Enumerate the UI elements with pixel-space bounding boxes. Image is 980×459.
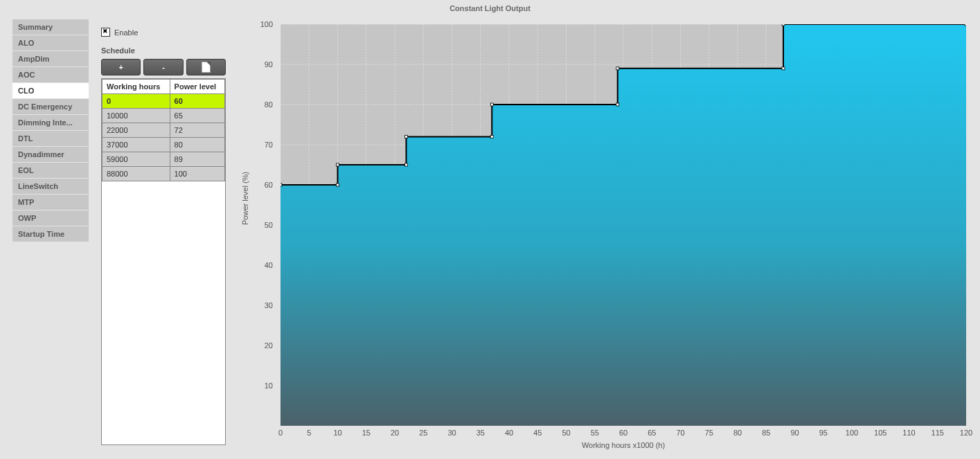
cell-hours[interactable]: 88000 xyxy=(103,167,170,181)
x-tick: 90 xyxy=(790,429,799,437)
y-tick: 40 xyxy=(265,261,273,269)
schedule-label: Schedule xyxy=(101,46,226,55)
x-tick: 105 xyxy=(874,429,887,437)
x-tick: 60 xyxy=(619,429,627,437)
x-tick: 95 xyxy=(819,429,828,437)
svg-rect-35 xyxy=(280,183,282,186)
remove-button[interactable]: - xyxy=(143,59,183,75)
col-header-hours[interactable]: Working hours xyxy=(103,80,170,94)
x-tick: 10 xyxy=(333,429,341,437)
cell-hours[interactable]: 37000 xyxy=(103,138,170,152)
cell-hours[interactable]: 59000 xyxy=(103,152,170,167)
svg-rect-40 xyxy=(490,135,493,138)
cell-level[interactable]: 100 xyxy=(170,167,224,181)
table-row[interactable]: 060 xyxy=(103,94,225,109)
sidebar-item-startup-time[interactable]: Startup Time xyxy=(12,226,89,242)
cell-hours[interactable]: 10000 xyxy=(103,109,170,123)
y-tick: 80 xyxy=(265,100,273,109)
add-button[interactable]: + xyxy=(101,59,141,75)
cell-level[interactable]: 89 xyxy=(170,152,224,167)
col-header-level[interactable]: Power level xyxy=(170,80,224,94)
sidebar-item-dc-emergency[interactable]: DC Emergency xyxy=(12,99,89,115)
x-tick: 55 xyxy=(591,429,599,437)
config-panel: Enable Schedule + - Working hours Power … xyxy=(101,28,226,445)
new-doc-button[interactable] xyxy=(186,59,226,75)
x-tick: 70 xyxy=(676,429,684,437)
sidebar-item-dynadimmer[interactable]: Dynadimmer xyxy=(12,147,89,163)
sidebar-item-ampdim[interactable]: AmpDim xyxy=(12,51,89,67)
sidebar-item-owp[interactable]: OWP xyxy=(12,210,89,226)
table-row[interactable]: 3700080 xyxy=(103,138,225,152)
x-tick: 75 xyxy=(705,429,713,437)
cell-level[interactable]: 65 xyxy=(170,109,224,123)
cell-level[interactable]: 72 xyxy=(170,123,224,138)
x-tick: 110 xyxy=(902,429,915,437)
sidebar-item-summary[interactable]: Summary xyxy=(12,19,89,35)
x-tick: 0 xyxy=(278,429,283,437)
sidebar-item-lineswitch[interactable]: LineSwitch xyxy=(12,179,89,195)
y-tick: 60 xyxy=(265,181,273,189)
svg-rect-46 xyxy=(965,24,966,26)
sidebar-item-alo[interactable]: ALO xyxy=(12,35,89,51)
enable-row: Enable xyxy=(101,28,226,37)
svg-rect-41 xyxy=(490,103,493,106)
cell-hours[interactable]: 22000 xyxy=(103,123,170,138)
x-tick: 25 xyxy=(419,429,427,437)
table-row[interactable]: 1000065 xyxy=(103,109,225,123)
x-tick: 45 xyxy=(533,429,542,437)
x-tick: 120 xyxy=(960,429,972,437)
sidebar: SummaryALOAmpDimAOCCLODC EmergencyDimmin… xyxy=(12,19,89,242)
chart-area: Power level (%) Working hours x1000 (h) … xyxy=(235,10,977,453)
cell-hours[interactable]: 0 xyxy=(103,94,170,109)
x-axis-label: Working hours x1000 (h) xyxy=(280,441,966,449)
x-tick: 5 xyxy=(307,429,311,437)
x-tick: 30 xyxy=(447,429,456,437)
svg-rect-39 xyxy=(405,135,408,138)
sidebar-item-aoc[interactable]: AOC xyxy=(12,67,89,83)
y-tick: 100 xyxy=(260,20,273,28)
sidebar-item-eol[interactable]: EOL xyxy=(12,163,89,179)
table-row[interactable]: 2200072 xyxy=(103,123,225,138)
x-tick: 50 xyxy=(562,429,570,437)
table-row[interactable]: 5900089 xyxy=(103,152,225,167)
sidebar-item-dtl[interactable]: DTL xyxy=(12,131,89,147)
x-tick: 40 xyxy=(505,429,513,437)
x-tick: 65 xyxy=(648,429,656,437)
enable-checkbox[interactable] xyxy=(101,28,110,37)
x-tick: 35 xyxy=(476,429,485,437)
x-tick: 100 xyxy=(846,429,858,437)
y-tick: 20 xyxy=(265,341,273,350)
y-tick: 90 xyxy=(265,60,273,69)
x-tick: 15 xyxy=(362,429,371,437)
svg-rect-37 xyxy=(337,163,339,166)
y-tick: 70 xyxy=(265,141,273,149)
chart-plot[interactable] xyxy=(280,24,966,426)
svg-rect-42 xyxy=(616,103,619,106)
cell-level[interactable]: 60 xyxy=(170,94,224,109)
sidebar-item-clo[interactable]: CLO xyxy=(12,83,89,99)
enable-label: Enable xyxy=(114,28,138,37)
x-tick: 80 xyxy=(733,429,742,437)
x-tick: 115 xyxy=(932,429,944,437)
x-tick: 20 xyxy=(391,429,399,437)
svg-rect-45 xyxy=(782,24,785,26)
y-tick: 10 xyxy=(265,381,273,390)
y-tick: 50 xyxy=(265,221,273,229)
table-row[interactable]: 88000100 xyxy=(103,167,225,181)
y-axis-ticks: 102030405060708090100 xyxy=(235,24,277,426)
x-tick: 85 xyxy=(762,429,770,437)
svg-rect-44 xyxy=(782,67,785,70)
schedule-buttons: + - xyxy=(101,59,226,75)
svg-rect-43 xyxy=(616,67,619,70)
svg-rect-36 xyxy=(337,183,339,186)
schedule-table: Working hours Power level 06010000652200… xyxy=(101,78,226,445)
cell-level[interactable]: 80 xyxy=(170,138,224,152)
sidebar-item-dimming-inte-[interactable]: Dimming Inte... xyxy=(12,115,89,131)
sidebar-item-mtp[interactable]: MTP xyxy=(12,195,89,210)
svg-rect-38 xyxy=(405,163,408,166)
document-icon xyxy=(202,62,210,72)
y-tick: 30 xyxy=(265,301,273,309)
